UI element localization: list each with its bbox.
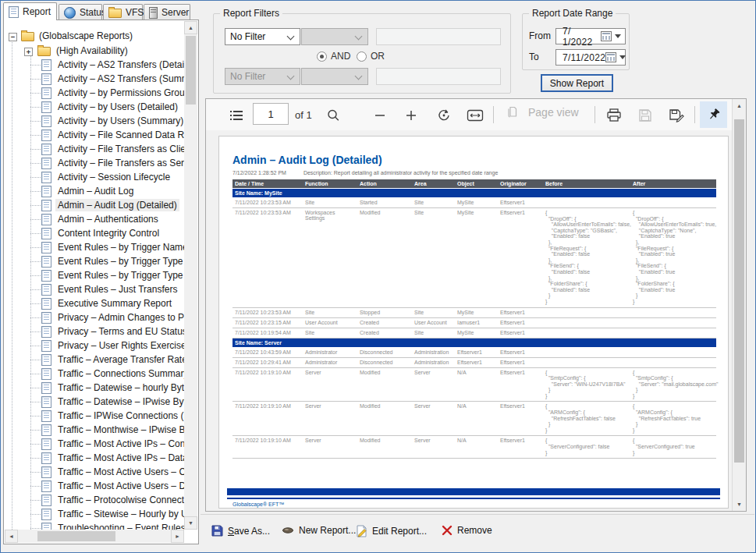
tree-folder-label: (High Availability) <box>56 45 128 56</box>
new-report-button[interactable]: New Report... <box>282 525 356 536</box>
tab-status[interactable]: Status <box>59 4 102 20</box>
filter1-field-select[interactable]: No Filter <box>225 28 300 45</box>
filter2-field-select[interactable]: No Filter <box>225 68 300 85</box>
tree-item[interactable]: Activity – File Transfers as Client <box>30 142 184 156</box>
tree-connector <box>30 346 41 346</box>
tree-item[interactable]: Event Rules – by Trigger Type ( <box>30 268 184 282</box>
remove-button[interactable]: Remove <box>442 525 492 536</box>
tree-item-label: Traffic – Most Active IPs – Con <box>55 438 184 450</box>
tree-item[interactable]: Event Rules – Just Transfers <box>30 282 184 296</box>
rotate-button[interactable] <box>434 105 454 126</box>
tree-item[interactable]: Activity – File Scanned Data Rep <box>30 128 184 142</box>
tree-item[interactable]: Traffic – Most Active IPs – Data <box>30 451 184 465</box>
tree-item[interactable]: Traffic – Most Active IPs – Con <box>30 437 184 451</box>
filter1-value-input[interactable] <box>376 28 501 45</box>
tree-item[interactable]: Traffic – Sitewise – Hourly by U <box>30 507 184 521</box>
tree-root-globalscape-reports[interactable]: − (Globalscape Reports) <box>8 29 184 43</box>
tab-report[interactable]: Report <box>3 2 57 20</box>
tree-item[interactable]: Admin – Audit Log (Detailed) <box>30 198 184 212</box>
dropdown-arrow-icon[interactable] <box>619 55 626 59</box>
save-button[interactable] <box>635 105 655 126</box>
zoom-out-button[interactable] <box>370 105 390 126</box>
table-cell: 7/11/2022 10:19:54 AM <box>232 328 303 338</box>
tree-item[interactable]: Content Integrity Control <box>30 226 184 240</box>
pin-button[interactable] <box>700 101 727 128</box>
tree-item[interactable]: Activity – AS2 Transfers (Summary) <box>30 72 184 86</box>
tab-server[interactable]: Server <box>144 4 190 20</box>
filter2-value-input[interactable] <box>376 68 501 85</box>
to-label: To <box>529 51 539 62</box>
search-button[interactable] <box>323 105 343 126</box>
scrollbar-thumb[interactable] <box>734 119 744 463</box>
or-radio[interactable]: OR <box>357 51 385 62</box>
save-as-button[interactable]: Save As... <box>211 525 270 537</box>
page-number-input[interactable] <box>253 103 289 125</box>
show-report-button[interactable]: Show Report <box>541 74 613 92</box>
scroll-up-icon[interactable]: ▲ <box>184 21 197 34</box>
tree-item[interactable]: Privacy – Admin Changes to Pe <box>30 310 184 324</box>
tree-item[interactable]: Traffic – Monthwise – IPwise By <box>30 423 184 437</box>
edit-report-button[interactable]: Edit Report... <box>356 525 427 537</box>
dropdown-arrow-icon[interactable] <box>615 34 621 38</box>
tree-item[interactable]: Activity – by Permissions Groups <box>30 86 184 100</box>
tree-item[interactable]: Activity – Session Lifecycle <box>30 170 184 184</box>
tree-root-label: (Globalscape Reports) <box>39 30 133 41</box>
table-cell: Workspaces Settings <box>303 208 357 308</box>
tree-item[interactable]: Admin – Authentications <box>30 212 184 226</box>
tree-item[interactable]: Traffic – Connections Summary <box>30 367 184 381</box>
tree-item[interactable]: Traffic – IPWise Connections (S <box>30 409 184 423</box>
filter1-condition-select[interactable] <box>301 28 368 45</box>
tree-item[interactable]: Activity – AS2 Transfers (Detailed) <box>30 58 184 72</box>
scroll-down-icon[interactable]: ▼ <box>733 498 746 511</box>
tree-item[interactable]: Privacy – User Rights Exercised <box>30 339 184 353</box>
tab-vfs[interactable]: VFS <box>103 4 143 20</box>
print-button[interactable] <box>604 105 624 126</box>
tree-item[interactable]: Privacy – Terms and EU Status <box>30 324 184 339</box>
scrollbar-thumb[interactable] <box>186 36 196 105</box>
report-table-row: 7/11/2022 10:23:15 AMUser AccountCreated… <box>232 317 716 328</box>
expand-icon[interactable]: + <box>24 48 33 56</box>
scroll-down-icon[interactable]: ▼ <box>184 516 197 530</box>
filter2-condition-select[interactable] <box>301 68 368 85</box>
tree-item[interactable]: Event Rules – by Trigger Type ( <box>30 254 184 268</box>
tab-label: Server <box>161 7 189 18</box>
from-date-picker[interactable]: 7/ 1/2022 <box>555 28 626 44</box>
scrollbar-thumb[interactable] <box>37 531 115 541</box>
fit-width-button[interactable] <box>465 105 485 126</box>
tree-item[interactable]: Troubleshooting – Event Rules <box>30 521 184 530</box>
tree-item[interactable]: Activity – File Transfers as Serve <box>30 156 184 170</box>
and-radio[interactable]: AND <box>317 51 350 62</box>
to-date-picker[interactable]: 7/11/2022 <box>555 49 626 66</box>
table-cell <box>630 328 716 338</box>
tree-folder-high-availability[interactable]: + (High Availability) <box>8 44 184 58</box>
scroll-up-icon[interactable]: ▲ <box>733 99 746 112</box>
scroll-right-icon[interactable]: ► <box>171 530 184 543</box>
selected-value: No Filter <box>230 71 265 82</box>
viewer-vertical-scrollbar[interactable]: ▲ ▼ <box>732 99 746 511</box>
tree-item[interactable]: Event Rules – by Trigger Name <box>30 240 184 254</box>
tree-item[interactable]: Traffic – Datewise – IPwise Byte <box>30 395 184 409</box>
zoom-in-button[interactable] <box>401 105 421 126</box>
tree-item[interactable]: Traffic – Datewise – hourly Byte <box>30 381 184 395</box>
report-document-icon <box>41 424 51 436</box>
page-view-button[interactable]: Page view <box>506 105 579 119</box>
tree-item[interactable]: Traffic – Most Active Users – C <box>30 465 184 479</box>
report-document-icon <box>41 312 51 324</box>
from-date-value: 7/ 1/2022 <box>556 26 601 48</box>
scroll-left-icon[interactable]: ◄ <box>5 530 18 543</box>
tree-vertical-scrollbar[interactable]: ▲ ▼ <box>184 21 197 530</box>
report-table-row: 7/11/2022 10:19:10 AMServerModifiedServe… <box>232 367 716 402</box>
collapse-icon[interactable]: − <box>9 33 17 41</box>
tree-item[interactable]: Traffic – Most Active Users – D <box>30 479 184 493</box>
tree-horizontal-scrollbar[interactable]: ◄ ► <box>5 530 184 543</box>
tree-item[interactable]: Executive Summary Report <box>30 296 184 310</box>
tree-item[interactable]: Activity – by Users (Detailed) <box>30 100 184 114</box>
tree-item[interactable]: Admin – Audit Log <box>30 184 184 198</box>
chevron-down-icon <box>355 73 363 80</box>
toc-button[interactable] <box>226 105 247 126</box>
tree-connector <box>30 205 41 206</box>
save-as-button[interactable] <box>666 105 687 126</box>
tree-item[interactable]: Activity – by Users (Summary) <box>30 114 184 128</box>
tree-item[interactable]: Traffic – Average Transfer Rate <box>30 353 184 367</box>
tree-item[interactable]: Traffic – Protocolwise Connect <box>30 493 184 507</box>
